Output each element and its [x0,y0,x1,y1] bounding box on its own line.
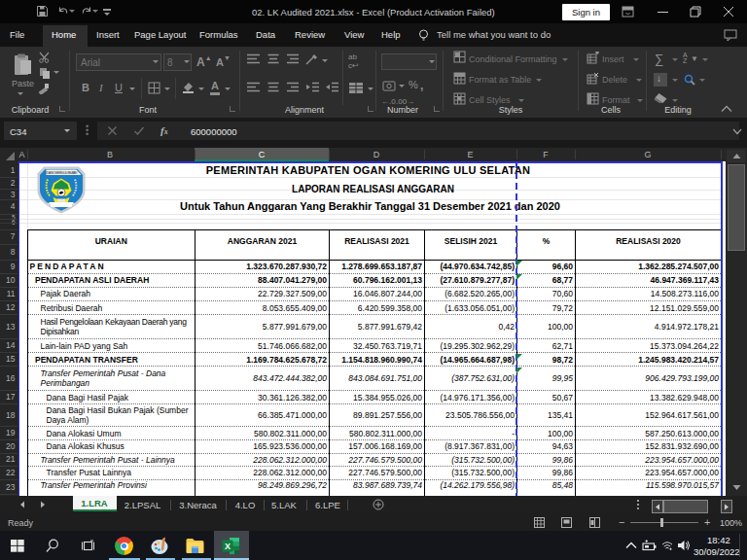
svg-text:X: X [225,542,231,551]
